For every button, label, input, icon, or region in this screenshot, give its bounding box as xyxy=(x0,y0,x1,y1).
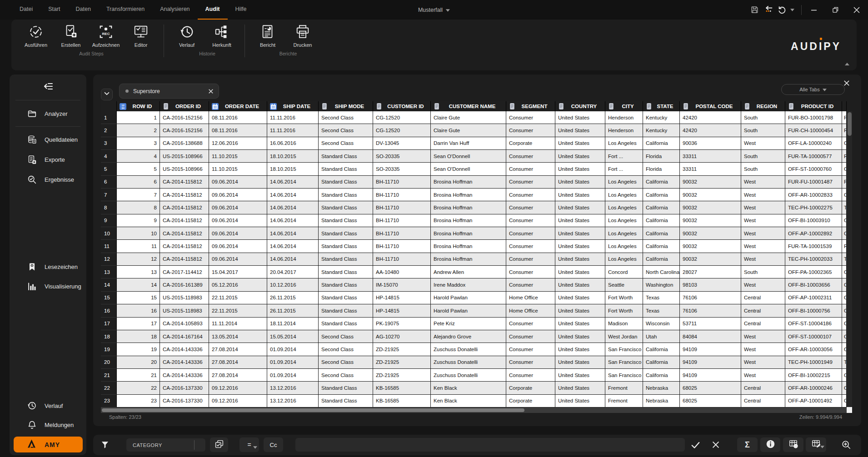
table-cell[interactable]: 8 xyxy=(117,201,160,214)
ribbon-button-herkunft[interactable]: Herkunft xyxy=(207,24,236,48)
table-cell[interactable]: 16 xyxy=(117,304,160,317)
table-cell[interactable]: United States xyxy=(555,201,605,214)
table-cell[interactable]: United States xyxy=(555,253,605,266)
table-cell[interactable]: 90032 xyxy=(680,227,741,240)
table-cell[interactable]: Nebraska xyxy=(643,395,680,407)
ribbon-button-editor[interactable]: Editor xyxy=(126,24,155,48)
table-cell[interactable]: 13.12.2016 xyxy=(267,395,319,407)
table-cell[interactable]: Fremont xyxy=(605,395,643,407)
row-number-cell[interactable]: 21 xyxy=(101,369,117,382)
table-cell[interactable]: 33311 xyxy=(680,163,741,175)
row-number-cell[interactable]: 9 xyxy=(101,214,117,227)
table-cell[interactable]: Fremont xyxy=(605,382,643,394)
column-header-postal-code[interactable]: POSTAL CODE xyxy=(680,101,741,111)
table-cell[interactable]: ZD-21925 xyxy=(373,369,431,382)
clear-filter-button[interactable] xyxy=(711,440,720,449)
sidebar-item-analyzer[interactable]: Analyzer xyxy=(10,107,86,120)
table-cell[interactable]: Standard Class xyxy=(319,318,373,330)
table-cell[interactable]: Consumer xyxy=(506,150,555,163)
row-number-cell[interactable]: 10 xyxy=(101,227,117,240)
table-cell[interactable]: California xyxy=(643,137,680,150)
table-cell[interactable]: Henderson xyxy=(605,124,643,137)
table-cell[interactable]: Ken Black xyxy=(431,382,506,394)
table-cell[interactable]: 1 xyxy=(117,111,160,124)
table-cell[interactable]: CG-12520 xyxy=(373,111,431,124)
table-cell[interactable]: 7 xyxy=(117,189,160,201)
row-number-cell[interactable]: 23 xyxy=(101,395,117,407)
table-cell[interactable]: Standard Class xyxy=(319,253,373,266)
sidebar-collapse-button[interactable] xyxy=(10,80,86,94)
table-cell[interactable]: Darrin Van Huff xyxy=(431,137,506,150)
table-cell[interactable]: CA-2016-138688 xyxy=(160,137,209,150)
table-cell[interactable]: South xyxy=(741,124,785,137)
table-cell[interactable]: 90032 xyxy=(680,201,741,214)
table-cell[interactable]: 90036 xyxy=(680,137,741,150)
table-cell[interactable]: OFF-BI-10000756 xyxy=(785,304,842,317)
row-number-cell[interactable]: 11 xyxy=(101,240,117,253)
table-cell[interactable]: TEC-PH-10002033 xyxy=(785,253,842,266)
sidebar-item-meldungen[interactable]: Meldungen xyxy=(10,418,86,432)
table-cell[interactable]: Brosina Hoffman xyxy=(431,189,506,201)
tab-list-dropdown-button[interactable] xyxy=(101,89,113,100)
table-edit-dropdown-button[interactable] xyxy=(806,437,826,452)
table-cell[interactable]: San Francisco xyxy=(605,343,643,356)
table-cell[interactable]: O xyxy=(842,292,847,304)
column-header-customer-id[interactable]: CUSTOMER ID xyxy=(373,101,431,111)
table-cell[interactable]: California xyxy=(643,369,680,382)
table-cell[interactable]: Standard Class xyxy=(319,395,373,407)
table-cell[interactable]: United States xyxy=(555,124,605,137)
table-cell[interactable]: KB-16585 xyxy=(373,382,431,394)
row-number-cell[interactable]: 16 xyxy=(101,304,117,317)
table-cell[interactable]: Consumer xyxy=(506,240,555,253)
table-cell[interactable]: AG-10270 xyxy=(373,330,431,343)
table-cell[interactable]: Fort Worth xyxy=(605,304,643,317)
table-cell[interactable]: US-2015-118983 xyxy=(160,304,209,317)
undo-history-button[interactable] xyxy=(761,3,775,17)
table-cell[interactable]: BH-11710 xyxy=(373,214,431,227)
table-cell[interactable]: OFF-BI-10003656 xyxy=(785,278,842,291)
table-cell[interactable]: United States xyxy=(555,176,605,189)
table-cell[interactable]: 11.10.2015 xyxy=(209,163,267,175)
table-cell[interactable]: California xyxy=(643,189,680,201)
menu-item-start[interactable]: Start xyxy=(40,0,68,20)
table-cell[interactable]: OFF-AR-10000246 xyxy=(785,382,842,394)
table-cell[interactable]: California xyxy=(643,240,680,253)
table-cell[interactable]: 09.12.2016 xyxy=(209,382,267,394)
table-cell[interactable]: 26.11.2015 xyxy=(267,292,319,304)
table-cell[interactable]: Harold Pawlan xyxy=(431,292,506,304)
table-cell[interactable]: California xyxy=(643,214,680,227)
column-header-region[interactable]: REGION xyxy=(741,101,785,111)
table-cell[interactable]: OFF-AP-10002311 xyxy=(785,292,842,304)
row-number-cell[interactable]: 20 xyxy=(101,356,117,369)
sidebar-item-visualisierung[interactable]: Visualisierung xyxy=(10,279,86,293)
table-cell[interactable]: United States xyxy=(555,111,605,124)
table-cell[interactable]: 09.06.2014 xyxy=(209,227,267,240)
table-cell[interactable]: CA-2014-115812 xyxy=(160,201,209,214)
sidebar-item-exporte[interactable]: Exporte xyxy=(10,153,86,166)
ribbon-collapse-button[interactable] xyxy=(845,59,849,67)
table-cell[interactable]: 26.11.2015 xyxy=(267,304,319,317)
menu-item-datei[interactable]: Datei xyxy=(12,0,40,20)
table-cell[interactable]: CA-2016-137330 xyxy=(160,382,209,394)
ribbon-button-aufzeichnen[interactable]: RECAufzeichnen xyxy=(91,24,120,48)
table-cell[interactable]: Brosina Hoffman xyxy=(431,176,506,189)
table-cell[interactable]: 09.12.2016 xyxy=(209,395,267,407)
table-cell[interactable]: 11.11.2016 xyxy=(267,124,319,137)
table-cell[interactable]: 76106 xyxy=(680,292,741,304)
table-cell[interactable]: Standard Class xyxy=(319,227,373,240)
column-header-clipped[interactable] xyxy=(842,101,847,111)
sidebar-item-amy[interactable]: AMY xyxy=(14,437,83,452)
table-cell[interactable]: O xyxy=(842,369,847,382)
column-header-ship-date[interactable]: SHIP DATE xyxy=(267,101,319,111)
table-cell[interactable]: 13 xyxy=(117,266,160,278)
table-cell[interactable]: Harold Pawlan xyxy=(431,304,506,317)
table-cell[interactable]: United States xyxy=(555,292,605,304)
table-cell[interactable]: FUR-BO-10001798 xyxy=(785,111,842,124)
table-cell[interactable]: OFF-PA-10002365 xyxy=(785,266,842,278)
table-cell[interactable]: Home Office xyxy=(506,304,555,317)
table-cell[interactable]: Consumer xyxy=(506,266,555,278)
info-button[interactable] xyxy=(760,437,780,452)
table-cell[interactable]: O xyxy=(842,214,847,227)
table-cell[interactable]: United States xyxy=(555,395,605,407)
horizontal-scrollbar-thumb[interactable] xyxy=(102,408,524,412)
